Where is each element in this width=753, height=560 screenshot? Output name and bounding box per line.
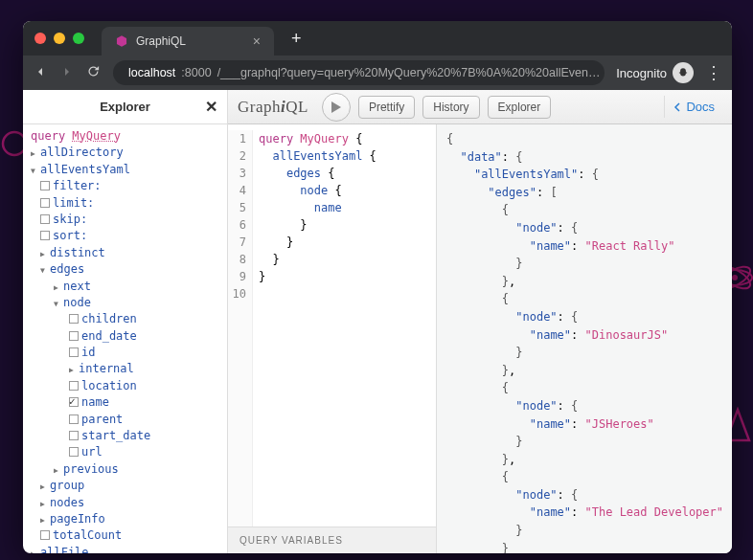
field-start-date[interactable]: start_date bbox=[27, 428, 223, 444]
graphiql-panes: Explorer ✕ query MyQuery ▶allDirectory ▼… bbox=[23, 90, 732, 553]
graphiql-toolbar: GraphiQL Prettify History Explorer Docs bbox=[228, 90, 732, 124]
close-tab-icon[interactable]: × bbox=[253, 34, 261, 49]
incognito-icon[interactable] bbox=[673, 62, 694, 83]
forward-button[interactable] bbox=[59, 64, 75, 82]
field-id[interactable]: id bbox=[27, 345, 223, 361]
arg-sort[interactable]: sort: bbox=[27, 228, 223, 244]
chrome-menu-button[interactable]: ⋮ bbox=[705, 62, 722, 83]
tree-alldirectory[interactable]: ▶allDirectory bbox=[27, 145, 223, 161]
query-editor-pane: 12345678910query MyQuery { allEventsYaml… bbox=[228, 90, 437, 553]
explorer-tree[interactable]: query MyQuery ▶allDirectory ▼allEventsYa… bbox=[23, 124, 227, 553]
tree-allfile[interactable]: ▶allFile bbox=[27, 545, 223, 553]
url-port: :8000 bbox=[181, 66, 211, 79]
chevron-left-icon bbox=[673, 102, 682, 112]
field-internal[interactable]: ▶internal bbox=[27, 361, 223, 377]
tree-edges[interactable]: ▼edges bbox=[27, 261, 223, 278]
tree-distinct[interactable]: ▶distinct bbox=[27, 245, 223, 261]
play-icon bbox=[331, 101, 342, 114]
field-name[interactable]: name bbox=[27, 394, 223, 411]
field-parent[interactable]: parent bbox=[27, 412, 223, 428]
back-button[interactable] bbox=[33, 64, 48, 82]
query-declaration[interactable]: query MyQuery bbox=[27, 128, 223, 145]
history-button[interactable]: History bbox=[422, 96, 479, 119]
url-input[interactable]: localhost:8000/___graphql?query=query%20… bbox=[113, 60, 605, 85]
tree-previous[interactable]: ▶previous bbox=[27, 461, 223, 478]
graphql-favicon-icon bbox=[115, 34, 128, 48]
arg-limit[interactable]: limit: bbox=[27, 195, 223, 212]
tree-next[interactable]: ▶next bbox=[27, 279, 223, 295]
arg-skip[interactable]: skip: bbox=[27, 212, 223, 228]
new-tab-button[interactable]: + bbox=[291, 29, 302, 49]
url-host: localhost bbox=[128, 66, 175, 79]
minimize-window-icon[interactable] bbox=[54, 33, 65, 44]
browser-tab[interactable]: GraphiQL × bbox=[102, 27, 274, 56]
browser-window: GraphiQL × + localhost:8000/___graphql?q… bbox=[23, 21, 732, 553]
maximize-window-icon[interactable] bbox=[73, 33, 84, 44]
reload-button[interactable] bbox=[86, 64, 102, 81]
address-bar: localhost:8000/___graphql?query=query%20… bbox=[23, 56, 732, 90]
explorer-pane: Explorer ✕ query MyQuery ▶allDirectory ▼… bbox=[23, 90, 228, 553]
tab-title: GraphiQL bbox=[136, 34, 186, 48]
close-icon[interactable]: ✕ bbox=[205, 98, 217, 116]
tree-alleventsyaml[interactable]: ▼allEventsYaml bbox=[27, 162, 223, 178]
tree-nodes[interactable]: ▶nodes bbox=[27, 495, 223, 511]
tree-group[interactable]: ▶group bbox=[27, 478, 223, 494]
close-window-icon[interactable] bbox=[34, 33, 46, 44]
docs-button[interactable]: Docs bbox=[664, 96, 722, 118]
tree-pageinfo[interactable]: ▶pageInfo bbox=[27, 511, 223, 527]
explorer-button[interactable]: Explorer bbox=[488, 96, 552, 119]
chrome-titlebar: GraphiQL × + bbox=[23, 21, 732, 56]
execute-query-button[interactable] bbox=[322, 93, 351, 122]
incognito-indicator: Incognito bbox=[616, 62, 694, 83]
result-pane[interactable]: { "data": { "allEventsYaml": { "edges": … bbox=[437, 90, 732, 553]
query-variables-toggle[interactable]: QUERY VARIABLES bbox=[228, 526, 436, 553]
query-editor[interactable]: 12345678910query MyQuery { allEventsYaml… bbox=[228, 124, 436, 526]
field-location[interactable]: location bbox=[27, 378, 223, 394]
tree-node[interactable]: ▼node bbox=[27, 295, 223, 311]
arg-filter[interactable]: filter: bbox=[27, 178, 223, 194]
incognito-label: Incognito bbox=[616, 66, 667, 80]
svg-point-4 bbox=[732, 275, 738, 280]
graphiql-logo: GraphiQL bbox=[238, 98, 308, 117]
url-path: /___graphql?query=query%20MyQuery%20%7B%… bbox=[217, 66, 601, 79]
explorer-title: Explorer bbox=[100, 100, 150, 114]
field-url[interactable]: url bbox=[27, 444, 223, 460]
tree-totalcount[interactable]: totalCount bbox=[27, 527, 223, 544]
field-children[interactable]: children bbox=[27, 311, 223, 327]
explorer-header: Explorer ✕ bbox=[23, 90, 227, 124]
prettify-button[interactable]: Prettify bbox=[358, 96, 415, 119]
field-end-date[interactable]: end_date bbox=[27, 328, 223, 345]
traffic-lights bbox=[34, 33, 84, 44]
